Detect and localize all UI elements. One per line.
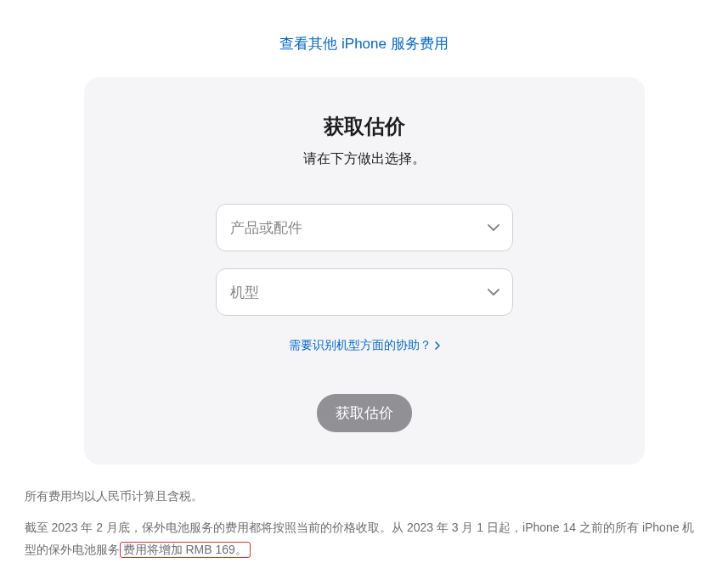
product-select[interactable]: 产品或配件 bbox=[216, 204, 513, 251]
footer-line-2: 截至 2023 年 2 月底，保外电池服务的费用都将按照当前的价格收取。从 20… bbox=[25, 516, 704, 561]
footer-notes: 所有费用均以人民币计算且含税。 截至 2023 年 2 月底，保外电池服务的费用… bbox=[16, 485, 713, 561]
other-service-link[interactable]: 查看其他 iPhone 服务费用 bbox=[279, 36, 448, 52]
footer-line-1: 所有费用均以人民币计算且含税。 bbox=[25, 485, 704, 508]
model-select[interactable]: 机型 bbox=[216, 268, 513, 316]
footer-highlight: 费用将增加 RMB 169。 bbox=[120, 542, 251, 558]
product-select-wrap: 产品或配件 bbox=[216, 204, 513, 251]
top-link-container: 查看其他 iPhone 服务费用 bbox=[0, 0, 728, 77]
model-select-wrap: 机型 bbox=[216, 268, 513, 316]
chevron-right-icon bbox=[435, 341, 440, 350]
help-identify-link[interactable]: 需要识别机型方面的协助？ bbox=[289, 338, 440, 353]
estimate-card: 获取估价 请在下方做出选择。 产品或配件 机型 需要识别机型方面的协助？ 获取估… bbox=[84, 77, 645, 464]
get-estimate-button[interactable]: 获取估价 bbox=[317, 394, 412, 432]
card-title: 获取估价 bbox=[101, 113, 628, 140]
model-select-placeholder: 机型 bbox=[230, 283, 259, 302]
help-link-text: 需要识别机型方面的协助？ bbox=[289, 338, 432, 353]
product-select-placeholder: 产品或配件 bbox=[230, 218, 302, 238]
card-subtitle: 请在下方做出选择。 bbox=[101, 150, 628, 168]
